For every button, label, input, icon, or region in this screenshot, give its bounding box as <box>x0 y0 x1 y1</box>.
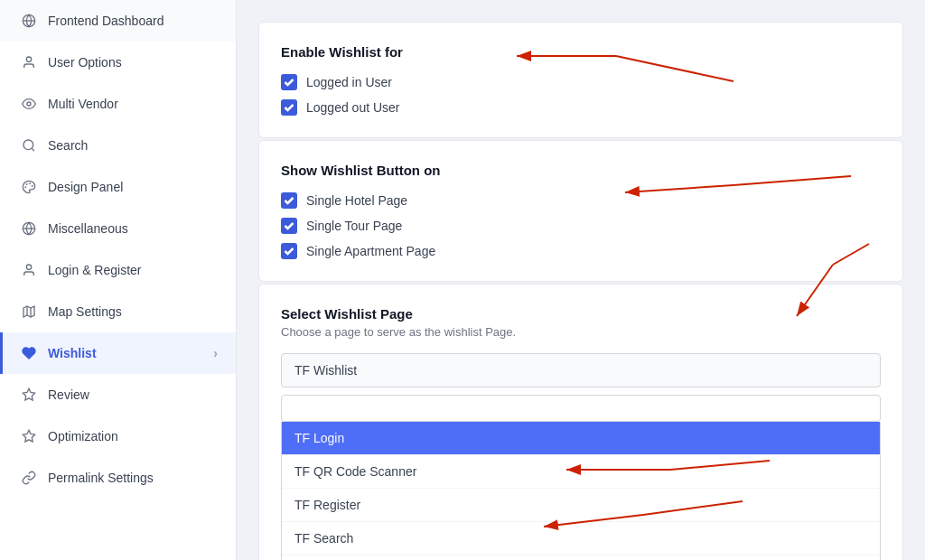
dropdown-search-input[interactable] <box>291 401 871 415</box>
checkbox-single-tour[interactable]: Single Tour Page <box>281 218 881 234</box>
sidebar-label-login-register: Login & Register <box>48 263 142 277</box>
sidebar-label-wishlist: Wishlist <box>48 346 97 360</box>
sidebar-item-frontend-dashboard[interactable]: Frontend Dashboard <box>0 0 236 42</box>
checkbox-box-single-hotel[interactable] <box>281 192 297 209</box>
sidebar-item-user-options[interactable]: User Options <box>0 42 236 83</box>
sidebar-item-login-register[interactable]: Login & Register <box>0 249 236 291</box>
star2-icon <box>21 428 37 444</box>
checkbox-single-apartment[interactable]: Single Apartment Page <box>281 243 881 259</box>
select-wishlist-panel: Select Wishlist Page Choose a page to se… <box>258 284 903 560</box>
dropdown-item-tf-register[interactable]: TF Register <box>282 489 880 522</box>
sidebar-label-frontend-dashboard: Frontend Dashboard <box>48 14 164 28</box>
sidebar-label-search: Search <box>48 138 88 153</box>
checkbox-logged-in[interactable]: Logged in User <box>281 74 881 90</box>
checkbox-label-single-tour: Single Tour Page <box>306 219 402 233</box>
map-icon <box>21 303 37 320</box>
checkbox-box-logged-out[interactable] <box>281 99 297 116</box>
user-icon <box>21 54 37 70</box>
svg-point-6 <box>30 183 31 184</box>
sidebar-label-review: Review <box>48 387 89 402</box>
dropdown-item-tf-search-form[interactable]: TF Search Form <box>282 555 880 560</box>
heart-icon <box>21 345 37 361</box>
main-wrapper: Enable Wishlist for Logged in User Logge… <box>237 0 925 560</box>
sidebar-item-multi-vendor[interactable]: Multi Vendor <box>0 83 236 125</box>
select-wishlist-title: Select Wishlist Page <box>281 306 881 322</box>
svg-marker-17 <box>23 430 34 442</box>
checkbox-box-single-apartment[interactable] <box>281 243 297 259</box>
sidebar-item-permalink-settings[interactable]: Permalink Settings <box>0 457 236 499</box>
svg-point-4 <box>23 140 33 150</box>
eye-icon <box>21 96 37 112</box>
show-wishlist-options: Single Hotel Page Single Tour Page Singl… <box>281 192 881 259</box>
checkbox-label-logged-in: Logged in User <box>306 75 392 89</box>
dropdown-list: TF LoginTF QR Code ScannerTF RegisterTF … <box>281 422 881 560</box>
globe-icon <box>21 13 37 29</box>
svg-point-3 <box>27 102 31 106</box>
sidebar-item-map-settings[interactable]: Map Settings <box>0 291 236 332</box>
sidebar-label-miscellaneous: Miscellaneous <box>48 221 128 236</box>
sidebar: Frontend Dashboard User Options Multi Ve… <box>0 0 237 560</box>
sidebar-item-design-panel[interactable]: Design Panel <box>0 166 236 208</box>
svg-point-2 <box>26 57 31 61</box>
sidebar-item-search[interactable]: Search <box>0 125 236 166</box>
svg-line-5 <box>32 148 34 151</box>
dropdown-item-tf-search[interactable]: TF Search <box>282 522 880 555</box>
sidebar-label-optimization: Optimization <box>48 429 118 443</box>
sidebar-label-design-panel: Design Panel <box>48 180 123 194</box>
user2-icon <box>21 262 37 278</box>
show-wishlist-panel: Show Wishlist Button on Single Hotel Pag… <box>258 140 903 282</box>
checkbox-box-single-tour[interactable] <box>281 218 297 234</box>
sidebar-item-wishlist[interactable]: Wishlist › <box>0 332 236 374</box>
svg-marker-16 <box>23 388 34 400</box>
sidebar-label-map-settings: Map Settings <box>48 304 122 319</box>
sidebar-item-optimization[interactable]: Optimization <box>0 415 236 457</box>
checkbox-logged-out[interactable]: Logged out User <box>281 99 881 116</box>
svg-point-12 <box>26 265 31 269</box>
checkbox-label-logged-out: Logged out User <box>306 100 400 115</box>
link-icon <box>21 470 37 486</box>
globe2-icon <box>21 220 37 237</box>
sidebar-item-review[interactable]: Review <box>0 374 236 415</box>
svg-marker-13 <box>23 306 34 317</box>
wishlist-page-display[interactable]: TF Wishlist <box>281 353 881 387</box>
sidebar-item-miscellaneous[interactable]: Miscellaneous <box>0 208 236 249</box>
content-area: Enable Wishlist for Logged in User Logge… <box>237 0 925 560</box>
sidebar-label-multi-vendor: Multi Vendor <box>48 97 118 111</box>
checkbox-box-logged-in[interactable] <box>281 74 297 90</box>
svg-point-7 <box>32 186 33 187</box>
show-wishlist-title: Show Wishlist Button on <box>281 163 881 178</box>
enable-wishlist-options: Logged in User Logged out User <box>281 74 881 116</box>
checkbox-single-hotel[interactable]: Single Hotel Page <box>281 192 881 209</box>
star-icon <box>21 387 37 403</box>
svg-point-8 <box>26 184 27 185</box>
chevron-icon: › <box>213 346 218 360</box>
palette-icon <box>21 179 37 195</box>
enable-wishlist-panel: Enable Wishlist for Logged in User Logge… <box>258 22 903 138</box>
dropdown-search-wrapper <box>281 395 881 422</box>
search-icon <box>21 137 37 154</box>
dropdown-item-tf-qr-code[interactable]: TF QR Code Scanner <box>282 455 880 489</box>
main-content: Enable Wishlist for Logged in User Logge… <box>237 0 925 560</box>
checkbox-label-single-apartment: Single Apartment Page <box>306 244 435 258</box>
svg-point-9 <box>25 187 26 188</box>
checkbox-label-single-hotel: Single Hotel Page <box>306 193 407 208</box>
dropdown-item-tf-login[interactable]: TF Login <box>282 422 880 455</box>
select-wishlist-subtitle: Choose a page to serve as the wishlist P… <box>281 325 881 339</box>
sidebar-label-user-options: User Options <box>48 55 122 70</box>
enable-wishlist-title: Enable Wishlist for <box>281 44 881 60</box>
sidebar-label-permalink-settings: Permalink Settings <box>48 471 154 485</box>
